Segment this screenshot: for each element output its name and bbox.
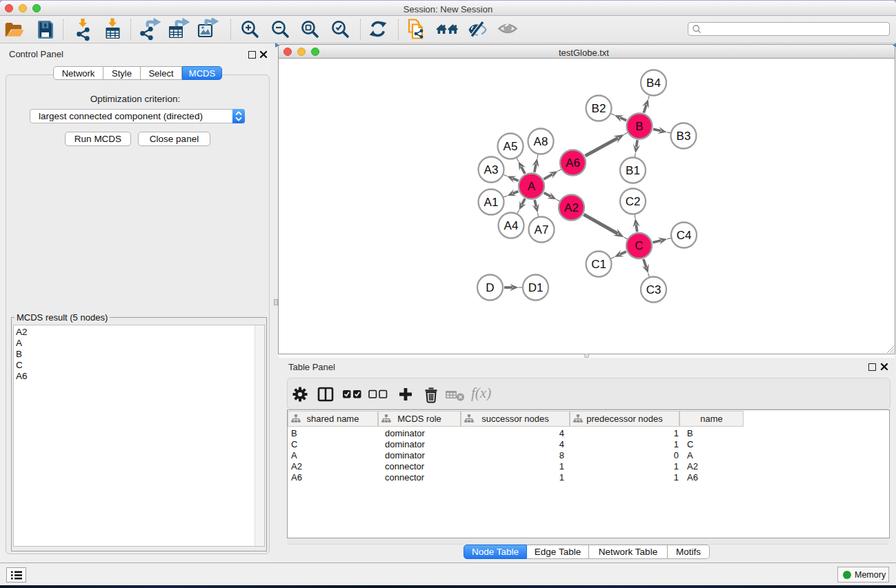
svg-text:A6: A6 bbox=[566, 156, 580, 170]
svg-text:C3: C3 bbox=[646, 283, 661, 296]
svg-text:B: B bbox=[635, 120, 643, 133]
svg-text:B1: B1 bbox=[626, 164, 640, 177]
svg-text:A5: A5 bbox=[504, 140, 518, 153]
svg-text:C: C bbox=[635, 239, 643, 252]
svg-text:B2: B2 bbox=[592, 102, 606, 115]
svg-text:A1: A1 bbox=[484, 196, 499, 209]
svg-text:A3: A3 bbox=[484, 163, 499, 176]
svg-text:B4: B4 bbox=[646, 77, 661, 90]
svg-text:D: D bbox=[486, 281, 494, 294]
svg-text:A4: A4 bbox=[504, 219, 519, 232]
svg-text:C2: C2 bbox=[626, 195, 641, 208]
svg-text:A7: A7 bbox=[535, 223, 549, 236]
svg-text:A8: A8 bbox=[534, 135, 548, 148]
svg-text:D1: D1 bbox=[528, 281, 544, 294]
svg-text:C1: C1 bbox=[591, 258, 606, 271]
svg-text:B3: B3 bbox=[677, 130, 691, 143]
svg-text:C4: C4 bbox=[677, 229, 692, 242]
svg-text:A2: A2 bbox=[564, 201, 579, 214]
svg-text:A: A bbox=[528, 180, 536, 193]
